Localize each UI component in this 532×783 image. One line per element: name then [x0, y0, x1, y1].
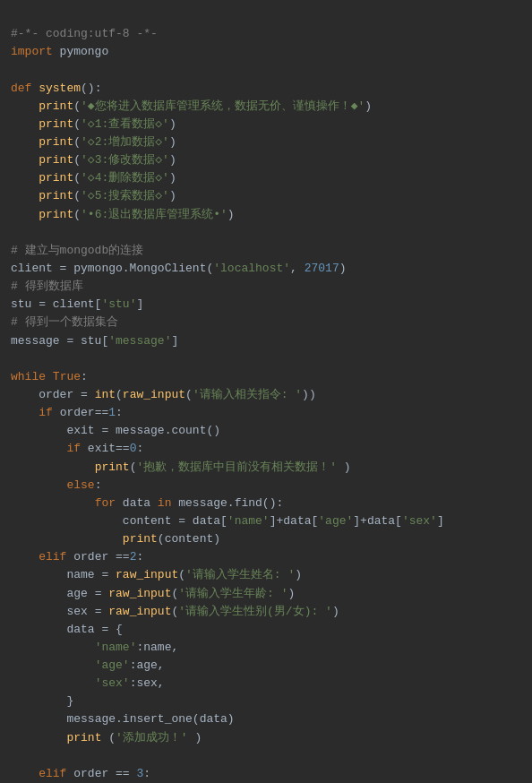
- line-print-4: print('◇4:删除数据◇'): [11, 171, 176, 185]
- line-name-input: name = raw_input('请输入学生姓名: '): [11, 568, 302, 581]
- line-if-exit0: if exit==0:: [11, 442, 143, 455]
- line-import: import pymongo: [11, 45, 108, 58]
- line-client: client = pymongo.MongoClient('localhost'…: [11, 262, 347, 275]
- line-while: while True:: [11, 370, 88, 383]
- line-sex-input: sex = raw_input('请输入学生性别(男/女): '): [11, 605, 339, 618]
- line-age-key: 'age':age,: [11, 658, 165, 672]
- line-for-data: for data in message.find():: [11, 496, 283, 510]
- line-exit-count: exit = message.count(): [11, 424, 220, 437]
- line-stu: stu = client['stu']: [11, 297, 143, 311]
- line-close-brace: }: [11, 694, 73, 708]
- line-def-system: def system():: [11, 82, 101, 95]
- line-elif-order3: elif order == 3:: [11, 767, 150, 780]
- line-sex-key: 'sex':sex,: [11, 676, 165, 690]
- line-comment-collection: # 得到一个数据集合: [11, 315, 118, 329]
- line-message: message = stu['message']: [11, 334, 178, 348]
- line-age-input: age = raw_input('请输入学生年龄: '): [11, 587, 295, 600]
- line-insert: message.insert_one(data): [11, 712, 235, 726]
- line-comment-db: # 得到数据库: [11, 280, 83, 293]
- line-print-3: print('◇3:修改数据◇'): [11, 153, 176, 167]
- line-comment-mongo: # 建立与mongodb的连接: [11, 244, 143, 257]
- line-else: else:: [11, 478, 101, 492]
- line-name-key: 'name':name,: [11, 641, 178, 654]
- line-print-5: print('◇5:搜索数据◇'): [11, 189, 176, 202]
- line-print-sorry: print('抱歉，数据库中目前没有相关数据！' ): [11, 460, 351, 474]
- line-print-welcome: print('◆您将进入数据库管理系统，数据无价、谨慎操作！◆'): [11, 99, 372, 113]
- line-print-add: print ('添加成功！' ): [11, 731, 202, 744]
- line-print-6: print('•6:退出数据库管理系统•'): [11, 208, 235, 221]
- line-if-order1: if order==1:: [11, 406, 123, 419]
- line-print-2: print('◇2:增加数据◇'): [11, 135, 176, 149]
- line-print-1: print('◇1:查看数据◇'): [11, 117, 176, 131]
- line-print-content: print(content): [11, 532, 220, 546]
- line-coding-comment: #-*- coding:utf-8 -*-: [11, 27, 158, 40]
- line-elif-order2: elif order ==2:: [11, 550, 143, 564]
- line-data-dict: data = {: [11, 623, 123, 636]
- line-order-input: order = int(raw_input('请输入相关指令: ')): [11, 388, 316, 401]
- line-content: content = data['name']+data['age']+data[…: [11, 514, 444, 528]
- code-editor: #-*- coding:utf-8 -*- import pymongo def…: [11, 7, 521, 783]
